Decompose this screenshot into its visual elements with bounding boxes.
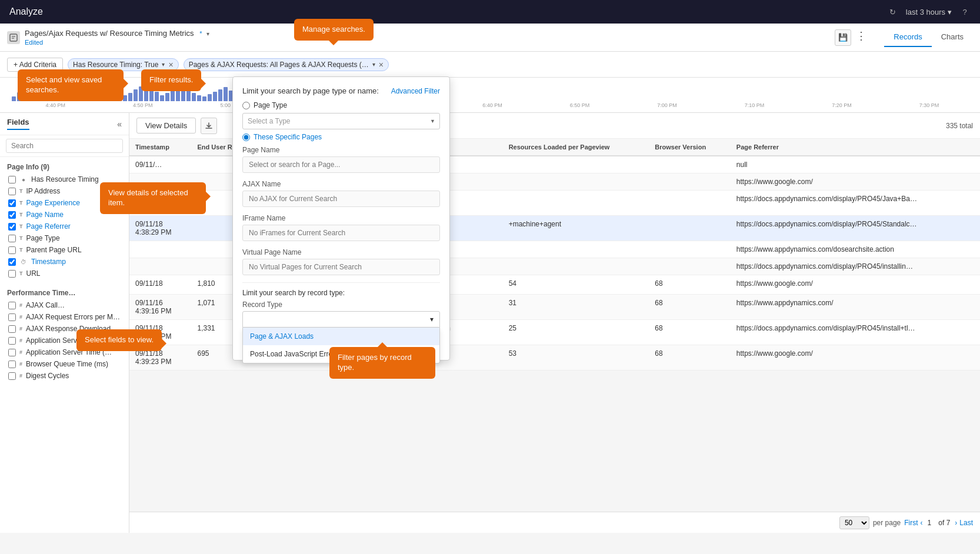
cell-resources: 31 xyxy=(503,295,649,320)
sidebar-section-performance-title[interactable]: Performance Time… xyxy=(6,286,123,299)
checkbox-has-resource-timing[interactable] xyxy=(8,176,16,183)
criteria-tag-0[interactable]: Has Resource Timing: True ▾ × xyxy=(68,58,179,71)
sidebar-item-has-resource-timing[interactable]: ● Has Resource Timing xyxy=(6,173,123,185)
add-criteria-button[interactable]: + Add Criteria xyxy=(7,58,63,72)
criteria-tag-1-arrow[interactable]: ▾ xyxy=(372,61,375,68)
page-prev-link[interactable]: ‹ xyxy=(921,519,923,527)
checkbox-ajax-response[interactable] xyxy=(8,325,16,333)
iframe-name-input[interactable] xyxy=(242,225,440,241)
chart-label-9: 7:20 PM xyxy=(832,102,852,108)
refresh-icon[interactable]: ↻ xyxy=(887,6,899,18)
sidebar-item-timestamp[interactable]: ⏱ Timestamp xyxy=(6,256,123,268)
criteria-tag-0-arrow[interactable]: ▾ xyxy=(162,61,165,68)
tab-charts[interactable]: Charts xyxy=(932,28,973,47)
cell-referrer: https://docs.appdynamics.com/display/PRO… xyxy=(731,320,980,345)
sidebar-item-app-server-time[interactable]: # Application Server Time (… xyxy=(6,346,123,358)
modal-page-name-row: Page Name xyxy=(242,146,440,173)
criteria-tag-0-remove[interactable]: × xyxy=(168,61,173,69)
sidebar-item-page-experience[interactable]: T Page Experience xyxy=(6,197,123,209)
select-type-dropdown[interactable]: Select a Type xyxy=(242,113,440,129)
timestamp-type-icon: ⏱ xyxy=(19,259,28,265)
modal-virtual-page-row: Virtual Page Name xyxy=(242,248,440,275)
criteria-tag-1-remove[interactable]: × xyxy=(379,61,384,69)
tab-records[interactable]: Records xyxy=(884,28,931,47)
radio-page-type[interactable]: Page Type xyxy=(242,101,440,109)
radio-page-type-label: Page Type xyxy=(254,101,287,109)
sidebar-item-parent-page-url-label: Parent Page URL xyxy=(26,246,82,254)
sidebar-item-ip-address[interactable]: T IP Address xyxy=(6,185,123,197)
iframe-name-label: IFrame Name xyxy=(242,214,440,222)
download-button[interactable] xyxy=(201,118,217,134)
sidebar-item-page-referrer[interactable]: T Page Referrer xyxy=(6,221,123,232)
sidebar-section-page-info-title[interactable]: Page Info (9) xyxy=(6,161,123,173)
sidebar-search-input[interactable] xyxy=(6,139,123,153)
radio-page-type-input[interactable] xyxy=(242,102,250,109)
cell-resources xyxy=(503,241,649,258)
checkbox-browser-queue[interactable] xyxy=(8,361,16,368)
sidebar-item-ajax-response[interactable]: # AJAX Response Download … xyxy=(6,323,123,335)
time-range-selector[interactable]: last 3 hours ▾ xyxy=(906,8,952,16)
more-options-button[interactable]: ⋮ xyxy=(856,29,872,46)
record-type-dropdown[interactable]: ▾ Page & AJAX Loads Post-Load JavaScript… xyxy=(242,311,440,328)
checkbox-ajax-errors[interactable] xyxy=(8,313,16,321)
sidebar-collapse-button[interactable]: « xyxy=(117,119,122,129)
checkbox-timestamp[interactable] xyxy=(8,258,16,266)
virtual-page-input[interactable] xyxy=(242,259,440,275)
chart-bar xyxy=(181,86,185,101)
criteria-tag-1[interactable]: Pages & AJAX Requests: All Pages & AJAX … xyxy=(184,58,389,71)
cell-timestamp: 09/11/… xyxy=(129,156,192,173)
radio-specific-pages[interactable]: These Specific Pages xyxy=(242,133,440,141)
sidebar-item-ajax-errors[interactable]: # AJAX Request Errors per M… xyxy=(6,311,123,323)
ajax-name-input[interactable] xyxy=(242,191,440,207)
cell-timestamp xyxy=(129,258,192,275)
time-range-chevron[interactable]: ▾ xyxy=(948,8,952,16)
radio-specific-pages-input[interactable] xyxy=(242,134,250,141)
ajax-response-type-icon: # xyxy=(19,326,22,332)
checkbox-page-experience[interactable] xyxy=(8,199,16,207)
checkbox-ip-address[interactable] xyxy=(8,188,16,195)
sidebar-item-url[interactable]: T URL xyxy=(6,268,123,279)
sidebar-item-app-server-calls[interactable]: # Application Server Calls pe… xyxy=(6,335,123,346)
checkbox-app-server-time[interactable] xyxy=(8,349,16,356)
checkbox-parent-page-url[interactable] xyxy=(8,246,16,254)
checkbox-page-referrer[interactable] xyxy=(8,223,16,231)
record-type-option-1[interactable]: Post-Load JavaScript Errors xyxy=(243,345,439,363)
checkbox-url[interactable] xyxy=(8,270,16,278)
sidebar-item-digest-cycles[interactable]: # Digest Cycles xyxy=(6,370,123,382)
record-type-dropdown-trigger[interactable]: ▾ xyxy=(242,311,440,328)
sidebar-item-page-name[interactable]: T Page Name xyxy=(6,209,123,221)
search-name-dropdown[interactable]: ▾ xyxy=(206,31,209,37)
checkbox-page-type[interactable] xyxy=(8,235,16,242)
chart-bar xyxy=(38,94,42,101)
time-range-label: last 3 hours xyxy=(906,8,945,16)
page-size-select[interactable]: 50 25 100 xyxy=(839,516,869,529)
checkbox-digest-cycles[interactable] xyxy=(8,372,16,380)
sidebar-item-parent-page-url[interactable]: T Parent Page URL xyxy=(6,244,123,256)
checkbox-app-server-calls[interactable] xyxy=(8,337,16,345)
sidebar-item-browser-queue-label: Browser Queue Time (ms) xyxy=(26,360,108,368)
checkbox-page-name[interactable] xyxy=(8,211,16,219)
checkbox-ajax-call[interactable] xyxy=(8,302,16,309)
chart-bar xyxy=(139,86,143,101)
help-icon[interactable]: ? xyxy=(959,6,971,18)
sidebar-item-ajax-call[interactable]: # AJAX Call… xyxy=(6,299,123,311)
save-button[interactable]: 💾 xyxy=(835,29,851,46)
record-type-option-0[interactable]: Page & AJAX Loads xyxy=(243,328,439,345)
chart-bar xyxy=(208,94,212,101)
record-type-label: Record Type xyxy=(242,301,440,309)
chart-label-5: 6:40 PM xyxy=(482,102,502,108)
view-details-button[interactable]: View Details xyxy=(136,118,196,134)
sidebar-item-page-type[interactable]: T Page Type xyxy=(6,232,123,244)
sidebar: Fields « Page Info (9) ● Has Resource Ti… xyxy=(0,113,129,533)
app-server-time-type-icon: # xyxy=(19,349,22,355)
cell-referrer: https://docs.appdynamics.com/display/PRO… xyxy=(731,191,980,216)
cell-timestamp: 09/11/184:38:29 PM xyxy=(129,216,192,241)
parent-page-url-type-icon: T xyxy=(19,247,23,253)
sidebar-item-browser-queue[interactable]: # Browser Queue Time (ms) xyxy=(6,358,123,370)
advanced-filter-link[interactable]: Advanced Filter xyxy=(391,87,440,95)
page-name-input[interactable] xyxy=(242,156,440,173)
page-last-link[interactable]: Last xyxy=(959,519,973,527)
cell-browser: 68 xyxy=(649,320,731,345)
page-first-link[interactable]: First xyxy=(904,519,918,527)
page-next-link[interactable]: › xyxy=(955,519,957,527)
